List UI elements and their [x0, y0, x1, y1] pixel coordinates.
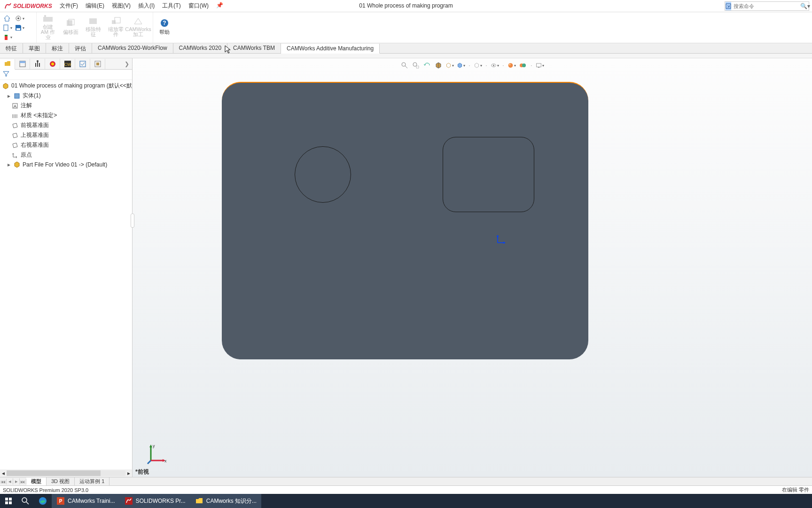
panel-tab-property[interactable] — [15, 59, 30, 69]
menu-view[interactable]: 视图(V) — [108, 0, 134, 12]
menu-window[interactable]: 窗口(W) — [185, 0, 212, 12]
hide-show-icon[interactable]: ▾ — [474, 61, 482, 70]
app-logo: SOLIDWORKS — [0, 2, 56, 10]
tab-camworks-tbm[interactable]: CAMWorks TBM — [227, 43, 281, 53]
scroll-right-icon[interactable]: ▸ — [127, 470, 130, 476]
tab-last-icon[interactable]: ⏭ — [20, 479, 26, 484]
taskbar-app-explorer[interactable]: CAMworks 知识分... — [190, 494, 261, 508]
zoom-area-icon[interactable] — [412, 61, 420, 70]
viewport-settings-icon[interactable]: ▾ — [536, 61, 544, 70]
new-icon[interactable]: ▾ — [2, 24, 12, 32]
tab-sketch[interactable]: 草图 — [23, 43, 46, 53]
tree-item-solid[interactable]: ▸ 实体(1) — [0, 91, 132, 101]
tree-item-top-plane[interactable]: 上视基准面 — [0, 130, 132, 140]
tree-item-imported[interactable]: ▸ Part File For Video 01 -> (Default) — [0, 160, 132, 169]
view-tab-motion[interactable]: 运动算例 1 — [75, 477, 109, 485]
scroll-left-icon[interactable]: ◂ — [2, 470, 5, 476]
tab-first-icon[interactable]: ⏮ — [0, 479, 7, 484]
search-dropdown-icon[interactable]: ▾ — [807, 3, 810, 9]
menu-edit[interactable]: 编辑(E) — [82, 0, 108, 12]
tree-item-origin[interactable]: 原点 — [0, 150, 132, 160]
expand-icon[interactable]: ▸ — [7, 161, 11, 168]
search-input[interactable] — [732, 3, 800, 9]
tab-prev-icon[interactable]: ◂ — [7, 478, 13, 484]
tree-item-material[interactable]: 材质 <未指定> — [0, 111, 132, 120]
tree-filter[interactable] — [0, 70, 132, 80]
save-icon[interactable]: ▾ — [14, 24, 24, 32]
panel-tab-cw2[interactable] — [75, 59, 90, 69]
menu-pin-icon[interactable]: 📌 — [212, 0, 227, 12]
display-style-icon[interactable]: ▾ — [457, 61, 465, 70]
tab-evaluate[interactable]: 评估 — [69, 43, 92, 53]
options-icon[interactable]: ▾ — [14, 14, 24, 23]
tree-root[interactable]: 01 Whole process of making program (默认<<… — [0, 81, 132, 91]
menu-tools[interactable]: 工具(T) — [158, 0, 184, 12]
panel-tab-dim[interactable] — [45, 59, 60, 69]
panel-tab-cw1[interactable]: CW — [60, 59, 75, 69]
tab-next-icon[interactable]: ▸ — [13, 478, 20, 484]
orientation-triad[interactable]: y x — [144, 442, 167, 467]
scroll-thumb[interactable] — [7, 470, 101, 476]
solid-body-icon — [13, 92, 21, 100]
command-search: 🔍 ▾ — [725, 1, 809, 11]
expand-icon[interactable]: ▸ — [7, 93, 11, 99]
search-launch-icon[interactable] — [726, 2, 731, 10]
tab-features[interactable]: 特征 — [0, 43, 23, 53]
svg-point-34 — [508, 63, 513, 68]
svg-rect-5 — [5, 36, 8, 40]
graphics-viewport[interactable]: ▾ ▾ · ▾ · ▾ · ▾ · ▾ y — [133, 58, 812, 477]
svg-rect-7 — [43, 17, 53, 22]
zoom-fit-icon[interactable] — [400, 61, 409, 70]
taskbar-search-icon[interactable] — [17, 494, 34, 508]
tree-item-right-plane[interactable]: 右视基准面 — [0, 140, 132, 150]
tree-item-annotations[interactable]: A 注解 — [0, 101, 132, 111]
logo-text: SOLIDWORKS — [13, 3, 52, 9]
view-tab-model[interactable]: 模型 — [26, 477, 47, 485]
tab-annotate[interactable]: 标注 — [46, 43, 69, 53]
svg-line-44 — [148, 460, 151, 464]
svg-rect-12 — [112, 20, 116, 24]
taskbar-edge-icon[interactable] — [34, 494, 52, 508]
svg-rect-17 — [20, 61, 25, 63]
svg-rect-6 — [5, 35, 8, 36]
panel-expand-icon[interactable]: ❯ — [122, 61, 132, 67]
view-orientation-icon[interactable]: ▾ — [445, 61, 454, 70]
svg-point-35 — [509, 64, 510, 65]
view-tab-3dview[interactable]: 3D 视图 — [47, 477, 75, 485]
tab-camworks-workflow[interactable]: CAMWorks 2020-WorkFlow — [92, 43, 173, 53]
visibility-icon[interactable]: ▾ — [491, 61, 499, 70]
heads-up-toolbar: ▾ ▾ · ▾ · ▾ · ▾ · ▾ — [399, 60, 545, 71]
taskbar-app-solidworks[interactable]: SOLIDWORKS Pr... — [120, 494, 190, 508]
home-icon[interactable] — [2, 14, 12, 23]
circular-feature[interactable] — [295, 146, 351, 203]
prev-view-icon[interactable] — [423, 61, 431, 70]
status-edit-mode: 在编辑 零件 — [782, 486, 809, 493]
appearance-icon[interactable]: ▾ — [508, 61, 516, 70]
origin-icon — [11, 151, 19, 159]
scene-icon[interactable] — [519, 61, 527, 70]
svg-point-33 — [493, 64, 494, 66]
part-icon — [2, 82, 9, 90]
start-button[interactable] — [0, 494, 17, 508]
tab-camworks-2020[interactable]: CAMWorks 2020 — [173, 43, 227, 53]
svg-point-30 — [413, 63, 417, 66]
splitter-handle[interactable] — [131, 214, 134, 228]
menu-file[interactable]: 文件(F) — [56, 0, 82, 12]
help-button[interactable]: ? 帮助 — [153, 12, 176, 41]
svg-rect-55 — [125, 497, 133, 505]
panel-tab-cw3[interactable] — [90, 59, 105, 69]
print-icon[interactable]: ▾ — [2, 33, 12, 41]
tab-camworks-additive[interactable]: CAMWorks Additive Manufacturing — [281, 44, 380, 54]
section-view-icon[interactable] — [434, 61, 443, 70]
svg-rect-25 — [96, 63, 99, 65]
menu-insert[interactable]: 插入(I) — [134, 0, 158, 12]
svg-rect-23 — [80, 61, 86, 67]
panel-tab-feature-tree[interactable] — [0, 59, 15, 70]
search-icon[interactable]: 🔍 — [800, 3, 807, 9]
taskbar-app-powerpoint[interactable]: P CAMworks Traini... — [52, 494, 120, 508]
panel-tab-config[interactable] — [30, 59, 45, 69]
tree-horizontal-scrollbar[interactable]: ◂ ▸ — [0, 469, 132, 477]
tree-item-front-plane[interactable]: 前视基准面 — [0, 120, 132, 130]
model-body[interactable] — [222, 82, 588, 359]
rounded-rect-feature[interactable] — [443, 137, 534, 212]
